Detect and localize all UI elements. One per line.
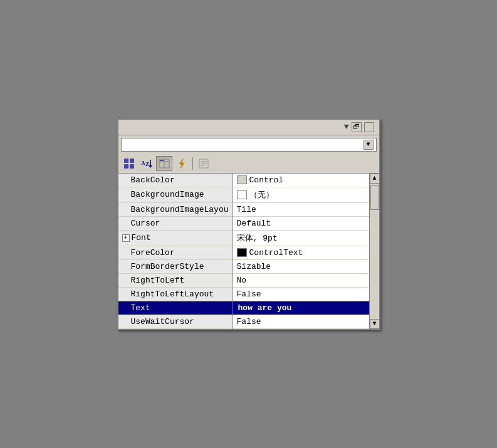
svg-rect-0 [124,159,128,163]
prop-value: 宋体, 9pt [233,231,369,246]
toolbar: A Z [118,154,379,174]
prop-value: Sizable [233,260,369,273]
prop-name: BackgroundImage [118,187,233,202]
prop-name: BackgroundImageLayou [118,202,233,216]
title-bar: ▼ 🗗 [118,120,379,135]
categorized-icon [123,157,135,170]
title-bar-buttons: ▼ 🗗 [344,122,374,132]
close-button[interactable] [364,122,374,132]
svg-text:A: A [141,160,145,166]
events-button[interactable] [174,156,190,171]
prop-value: Tile [233,203,369,216]
scrollbar[interactable]: ▲ ▼ [369,174,379,329]
svg-rect-11 [160,160,164,161]
property-label: RightToLeft [131,276,185,285]
lightning-icon [175,157,188,170]
prop-value: False [233,315,369,328]
property-label: ForeColor [131,248,175,258]
svg-rect-3 [130,164,134,169]
dock-button[interactable]: 🗗 [352,122,362,132]
svg-marker-12 [179,159,184,169]
property-label: Cursor [131,219,160,228]
properties-table-container: BackColorControlBackgroundImage（无）Backgr… [118,174,369,329]
property-label: RightToLeftLayout [131,289,214,299]
scrollbar-down-button[interactable]: ▼ [370,319,380,329]
property-label: Font [132,233,151,242]
prop-name: BackColor [118,174,233,187]
az-icon: A Z [140,157,153,170]
color-swatch [237,190,247,199]
prop-value: ControlText [233,246,369,259]
property-label: BackColor [131,175,175,185]
property-value-text: Default [237,219,271,228]
property-value-text: （无） [249,189,274,201]
property-value-text: False [237,289,261,299]
property-value-text: how are you [237,303,293,313]
scrollbar-thumb[interactable] [370,185,379,210]
prop-value[interactable]: how are you [233,301,369,315]
prop-value: No [233,274,369,287]
prop-name: RightToLeft [118,273,233,287]
property-label: Text [131,303,150,313]
svg-rect-2 [124,164,128,169]
properties-button[interactable] [156,156,172,171]
property-value-text: 宋体, 9pt [237,232,278,244]
property-label: FormBorderStyle [131,262,204,271]
scrollbar-track[interactable] [370,184,379,319]
pin-icon[interactable]: ▼ [344,122,349,132]
prop-value: Default [233,217,369,230]
prop-name: +Font [118,230,233,246]
categorized-view-button[interactable] [121,156,137,171]
svg-rect-16 [201,165,204,166]
prop-value: Control [233,174,369,187]
prop-name: FormBorderStyle [118,259,233,273]
svg-rect-1 [130,159,134,163]
properties-window: ▼ 🗗 ▼ A Z [117,118,380,330]
properties-table: BackColorControlBackgroundImage（无）Backgr… [118,174,369,329]
pages-icon [197,157,210,170]
property-value-text: False [237,317,261,326]
prop-name: Cursor [118,216,233,230]
property-label: BackgroundImage [131,190,204,199]
pages-button[interactable] [196,156,212,171]
svg-rect-14 [201,161,207,162]
prop-name: UseWaitCursor [118,315,233,328]
property-label: UseWaitCursor [131,317,194,326]
prop-name: RightToLeftLayout [118,287,233,301]
property-value-text: Sizable [237,262,271,271]
property-label: BackgroundImageLayou [131,205,229,214]
property-value-text: No [237,276,247,285]
scrollbar-up-button[interactable]: ▲ [370,174,380,184]
alphabetical-button[interactable]: A Z [139,156,155,171]
prop-value: （无） [233,187,369,202]
property-value-text: Control [249,175,284,185]
toolbar-separator [192,157,193,170]
svg-rect-15 [201,163,207,164]
color-swatch [237,248,247,257]
expand-icon[interactable]: + [122,234,130,242]
prop-name: ForeColor [118,246,233,259]
object-selector[interactable]: ▼ [121,138,377,152]
properties-area: BackColorControlBackgroundImage（无）Backgr… [118,174,379,329]
props-icon [158,157,170,170]
object-selector-dropdown[interactable]: ▼ [364,140,374,150]
color-swatch [237,175,247,184]
property-value-text: Tile [237,205,256,214]
property-value-text: ControlText [249,248,303,258]
prop-name: Text [118,301,233,315]
svg-text:Z: Z [145,161,149,167]
prop-value: False [233,288,369,301]
